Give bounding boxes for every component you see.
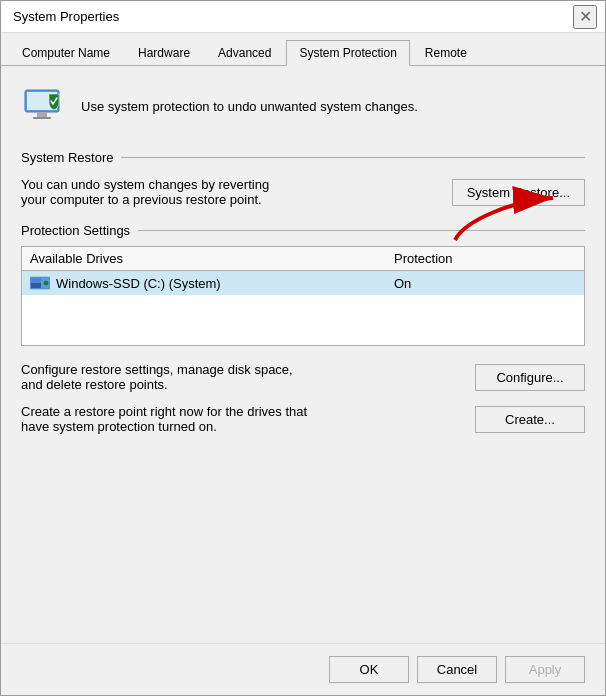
system-restore-row: You can undo system changes by reverting… xyxy=(21,173,585,211)
create-row: Create a restore point right now for the… xyxy=(21,404,585,434)
system-protection-icon xyxy=(21,82,69,130)
info-description: Use system protection to undo unwanted s… xyxy=(81,99,418,114)
cancel-button[interactable]: Cancel xyxy=(417,656,497,683)
dialog-footer: OK Cancel Apply xyxy=(1,643,605,695)
drive-cell: Windows-SSD (C:) (System) xyxy=(30,275,394,291)
drive-icon xyxy=(30,275,50,291)
svg-rect-2 xyxy=(37,112,47,117)
tab-system-protection[interactable]: System Protection xyxy=(286,40,409,66)
protection-settings-divider xyxy=(138,230,585,231)
system-restore-button[interactable]: System Restore... xyxy=(452,179,585,206)
tab-computer-name[interactable]: Computer Name xyxy=(9,40,123,66)
system-properties-window: System Properties ✕ Computer Name Hardwa… xyxy=(0,0,606,696)
close-button[interactable]: ✕ xyxy=(573,5,597,29)
configure-button[interactable]: Configure... xyxy=(475,364,585,391)
configure-description: Configure restore settings, manage disk … xyxy=(21,362,463,392)
protection-settings-header: Protection Settings xyxy=(21,223,585,238)
svg-rect-3 xyxy=(33,117,51,119)
svg-rect-7 xyxy=(31,278,41,283)
protection-status: On xyxy=(394,276,576,291)
column-header-protection: Protection xyxy=(394,251,576,266)
table-row[interactable]: Windows-SSD (C:) (System) On xyxy=(22,271,584,295)
protection-settings-label: Protection Settings xyxy=(21,223,130,238)
title-bar: System Properties ✕ xyxy=(1,1,605,33)
column-header-drives: Available Drives xyxy=(30,251,394,266)
table-header: Available Drives Protection xyxy=(22,247,584,271)
ok-button[interactable]: OK xyxy=(329,656,409,683)
main-content: Use system protection to undo unwanted s… xyxy=(1,66,605,643)
drives-table: Available Drives Protection Windows-SSD … xyxy=(21,246,585,346)
tab-hardware[interactable]: Hardware xyxy=(125,40,203,66)
tab-remote[interactable]: Remote xyxy=(412,40,480,66)
window-title: System Properties xyxy=(13,9,119,24)
info-section: Use system protection to undo unwanted s… xyxy=(21,82,585,138)
configure-row: Configure restore settings, manage disk … xyxy=(21,362,585,392)
system-restore-description: You can undo system changes by reverting… xyxy=(21,177,440,207)
svg-point-8 xyxy=(44,281,48,285)
table-empty-area xyxy=(22,295,584,345)
system-restore-divider xyxy=(121,157,585,158)
create-button[interactable]: Create... xyxy=(475,406,585,433)
tab-bar: Computer Name Hardware Advanced System P… xyxy=(1,33,605,66)
tab-advanced[interactable]: Advanced xyxy=(205,40,284,66)
protection-settings-section: Protection Settings Available Drives Pro… xyxy=(21,223,585,346)
drive-name: Windows-SSD (C:) (System) xyxy=(56,276,221,291)
bottom-section: Configure restore settings, manage disk … xyxy=(21,362,585,434)
system-restore-label: System Restore xyxy=(21,150,113,165)
system-restore-header: System Restore xyxy=(21,150,585,165)
system-restore-section: System Restore You can undo system chang… xyxy=(21,150,585,211)
apply-button[interactable]: Apply xyxy=(505,656,585,683)
create-description: Create a restore point right now for the… xyxy=(21,404,463,434)
